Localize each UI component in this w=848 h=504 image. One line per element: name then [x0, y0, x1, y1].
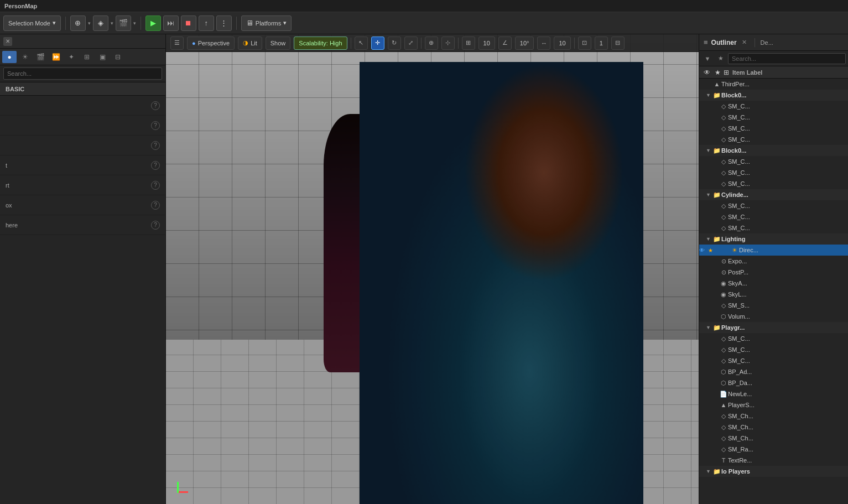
perspective-button[interactable]: ● Perspective: [187, 37, 235, 50]
tree-item-bpad[interactable]: ⬡ BP_Ad...: [699, 366, 848, 377]
tree-item-sm9[interactable]: ◇ SM_C...: [699, 211, 848, 222]
help-icon-5[interactable]: ?: [151, 181, 160, 190]
left-panel-search[interactable]: [3, 67, 162, 80]
mode-icon-1[interactable]: ⊕: [70, 15, 86, 31]
tree-item-smch1[interactable]: ◇ SM_Ch...: [699, 411, 848, 422]
hamburger-icon: ☰: [174, 39, 180, 46]
help-icon-7[interactable]: ?: [151, 221, 160, 230]
angle-snap-button[interactable]: ∠: [498, 37, 512, 50]
more-options-button[interactable]: ⋮: [216, 15, 232, 31]
mode-arrow-3[interactable]: ▾: [133, 20, 136, 26]
tab-anim[interactable]: ⏩: [49, 51, 63, 63]
outliner-search-input[interactable]: [728, 53, 846, 64]
help-icon-4[interactable]: ?: [151, 161, 160, 170]
settings-button[interactable]: ⊟: [611, 37, 625, 50]
tree-item-lighting-group[interactable]: ▼ 📁 Lighting: [699, 233, 848, 245]
panel-item-5[interactable]: rt ?: [0, 175, 165, 195]
mode-icon-3[interactable]: 🎬: [116, 15, 131, 31]
lit-button[interactable]: ◑ Lit: [238, 37, 262, 50]
tree-item-bpda[interactable]: ⬡ BP_Da...: [699, 377, 848, 388]
layer-button[interactable]: 1: [595, 37, 608, 50]
tree-item-block0-1[interactable]: ▼ 📁 Block0...: [699, 90, 848, 101]
world-grid-button[interactable]: ⊕: [425, 37, 438, 50]
tree-item-players[interactable]: ▲ PlayerS...: [699, 399, 848, 411]
tree-item-sm7[interactable]: ◇ SM_C...: [699, 178, 848, 189]
grid-snap-button[interactable]: ⊞: [462, 37, 475, 50]
tree-item-sm4[interactable]: ◇ SM_C...: [699, 134, 848, 145]
panel-item-6[interactable]: ox ?: [0, 195, 165, 215]
tree-item-sm6[interactable]: ◇ SM_C...: [699, 167, 848, 178]
tree-item-smc2[interactable]: ◇ SM_C...: [699, 344, 848, 355]
move-tool-button[interactable]: ✛: [371, 37, 384, 50]
tree-item-expo[interactable]: ⊙ Expo...: [699, 256, 848, 267]
sm3-label: SM_C...: [728, 125, 750, 132]
tree-item-smch3[interactable]: ◇ SM_Ch...: [699, 433, 848, 444]
stop-button[interactable]: ⏹: [181, 15, 196, 31]
bookmark-button[interactable]: ★: [715, 53, 727, 65]
scale-tool-button[interactable]: ⤢: [404, 37, 418, 50]
selection-mode-button[interactable]: Selection Mode ▾: [3, 15, 61, 31]
viewport-canvas[interactable]: [166, 34, 699, 504]
tab-cinematic[interactable]: 🎬: [33, 51, 48, 63]
tree-item-textre[interactable]: T TextRe...: [699, 455, 848, 466]
tab-basic[interactable]: ●: [2, 51, 17, 63]
mode-icon-2[interactable]: ◈: [93, 15, 108, 31]
tree-item-sm3[interactable]: ◇ SM_C...: [699, 123, 848, 134]
left-panel-close[interactable]: ✕: [3, 37, 12, 46]
help-icon-6[interactable]: ?: [151, 201, 160, 210]
tree-item-volum[interactable]: ⬡ Volum...: [699, 311, 848, 322]
rotate-tool-button[interactable]: ↻: [388, 37, 401, 50]
play-button[interactable]: ▶: [145, 15, 161, 31]
surface-snapping-button[interactable]: ⊹: [441, 37, 455, 50]
tree-item-sm8[interactable]: ◇ SM_C...: [699, 200, 848, 211]
pause-button[interactable]: ⏭: [163, 15, 179, 31]
help-icon-3[interactable]: ?: [151, 141, 160, 150]
tree-item-directional-light[interactable]: 👁 ★ ☀ Direc...: [699, 245, 848, 256]
scale-snap-button[interactable]: ↔: [537, 37, 550, 50]
scalability-button[interactable]: Scalability: High: [294, 37, 347, 50]
scale-value-button[interactable]: 10: [554, 37, 570, 50]
tab-box[interactable]: ▣: [95, 51, 110, 63]
tree-item-smc1[interactable]: ◇ SM_C...: [699, 333, 848, 344]
tree-item-sm10[interactable]: ◇ SM_C...: [699, 222, 848, 233]
tab-star[interactable]: ✦: [64, 51, 79, 63]
tree-item-postp[interactable]: ⊙ PostP...: [699, 267, 848, 278]
angle-value-button[interactable]: 10°: [515, 37, 534, 50]
hamburger-menu-button[interactable]: ☰: [170, 37, 184, 50]
tree-item-cylinder[interactable]: ▼ 📁 Cylinde...: [699, 189, 848, 200]
tree-item-sm5[interactable]: ◇ SM_C...: [699, 156, 848, 167]
panel-item-3[interactable]: ?: [0, 136, 165, 155]
view-mode-button[interactable]: ⊡: [578, 37, 591, 50]
mode-arrow-2[interactable]: ▾: [111, 20, 113, 26]
help-icon-2[interactable]: ?: [151, 121, 160, 130]
panel-item-7[interactable]: here ?: [0, 215, 165, 235]
tree-item-sms[interactable]: ◇ SM_S...: [699, 300, 848, 311]
panel-item-2[interactable]: ?: [0, 116, 165, 136]
tree-item-smra[interactable]: ◇ SM_Ra...: [699, 444, 848, 455]
platforms-button[interactable]: 🖥 Platforms ▾: [241, 15, 292, 31]
tree-item-newle[interactable]: 📄 NewLe...: [699, 388, 848, 399]
panel-item-1[interactable]: ?: [0, 96, 165, 116]
tree-item-thirdperson[interactable]: ▲ ThirdPer...: [699, 79, 848, 90]
outliner-close-button[interactable]: ✕: [740, 38, 749, 47]
tab-grid[interactable]: ⊞: [80, 51, 94, 63]
select-tool-button[interactable]: ↖: [355, 37, 368, 50]
tree-item-io-players[interactable]: ▼ 📁 Io Players: [699, 466, 848, 477]
tree-item-smch2[interactable]: ◇ SM_Ch...: [699, 422, 848, 433]
tree-item-playground[interactable]: ▼ 📁 Playgr...: [699, 322, 848, 333]
show-button[interactable]: Show: [266, 37, 291, 50]
tree-item-block0-2[interactable]: ▼ 📁 Block0...: [699, 145, 848, 156]
panel-item-4[interactable]: t ?: [0, 155, 165, 175]
tree-item-skya[interactable]: ◉ SkyA...: [699, 278, 848, 289]
tab-light[interactable]: ☀: [18, 51, 32, 63]
eject-button[interactable]: ↑: [199, 15, 214, 31]
help-icon-1[interactable]: ?: [151, 101, 160, 110]
tree-item-sm1[interactable]: ◇ SM_C...: [699, 101, 848, 112]
tab-box2[interactable]: ⊟: [111, 51, 125, 63]
tree-item-smc3[interactable]: ◇ SM_C...: [699, 355, 848, 366]
tree-item-sm2[interactable]: ◇ SM_C...: [699, 112, 848, 123]
grid-size-button[interactable]: 10: [478, 37, 495, 50]
filter-button[interactable]: ▼: [701, 53, 714, 65]
mode-arrow-1[interactable]: ▾: [88, 20, 91, 26]
tree-item-skyl[interactable]: ◉ SkyL...: [699, 289, 848, 300]
